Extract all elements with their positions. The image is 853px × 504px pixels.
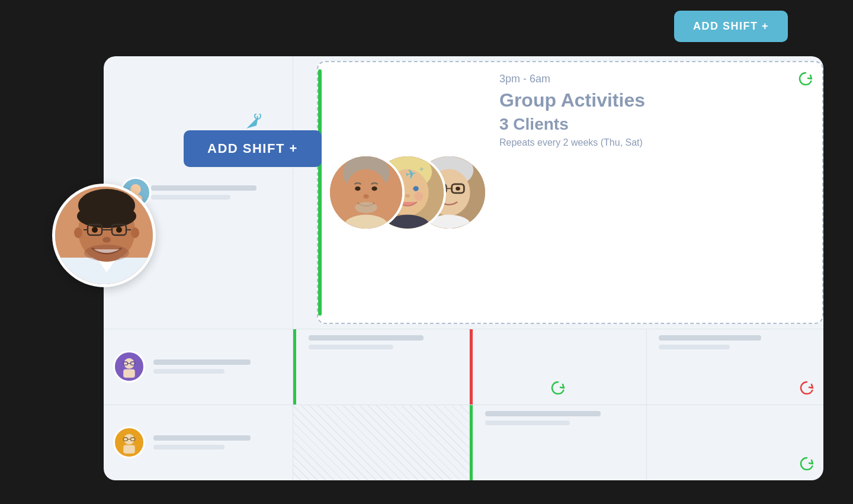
green-bar-1 <box>293 329 296 405</box>
top-add-shift-button[interactable]: ADD SHIFT + <box>674 11 788 42</box>
popup-refresh-icon[interactable] <box>797 70 814 89</box>
client-photo-1 <box>328 154 405 231</box>
group-activities-popup[interactable]: 3pm - 6am Group Activities 3 Clients Rep… <box>317 61 823 324</box>
main-worker-avatar <box>52 184 156 287</box>
svg-rect-29 <box>123 370 135 378</box>
worker3-shift1 <box>293 329 470 405</box>
rows-container: 3pm - 6am Group Activities 3 Clients Rep… <box>104 56 823 480</box>
svg-point-6 <box>371 186 377 191</box>
shift3c-bar1 <box>659 335 761 341</box>
add-shift-tooltip: + ADD SHIFT + <box>184 130 322 167</box>
popup-clients: 3 Clients <box>499 115 810 134</box>
popup-repeat: Repeats every 2 weeks (Thu, Sat) <box>499 137 810 148</box>
worker4-shift1 <box>293 405 470 480</box>
svg-point-46 <box>131 227 139 238</box>
worker4-avatar <box>113 426 145 458</box>
top-section: 3pm - 6am Group Activities 3 Clients Rep… <box>104 56 823 329</box>
shift3-bar2 <box>309 345 393 349</box>
worker3-shift3-refresh-icon[interactable] <box>799 380 815 399</box>
shift4b-bar2 <box>485 420 570 425</box>
worker3-avatar <box>113 351 145 383</box>
cursor-icon: ✈ + <box>405 164 426 182</box>
calendar-card: 3pm - 6am Group Activities 3 Clients Rep… <box>104 56 823 480</box>
svg-rect-34 <box>123 445 135 454</box>
worker4-sub-bar <box>153 445 225 450</box>
worker4-shifts <box>293 405 823 480</box>
svg-point-7 <box>363 194 368 199</box>
svg-point-54 <box>102 237 111 243</box>
popup-info: 3pm - 6am Group Activities 3 Clients Rep… <box>488 62 822 323</box>
svg-point-52 <box>92 227 98 233</box>
green-bar-2 <box>470 405 473 480</box>
popup-title: Group Activities <box>499 89 810 111</box>
popup-photos <box>322 62 488 323</box>
worker3-name-lines <box>153 359 283 374</box>
svg-point-8 <box>355 202 377 213</box>
worker3-name-bar <box>153 359 251 365</box>
top-shift-area: 3pm - 6am Group Activities 3 Clients Rep… <box>293 56 823 329</box>
worker4-name-bar <box>153 435 251 441</box>
svg-point-14 <box>413 186 418 191</box>
svg-point-17 <box>405 194 410 198</box>
svg-point-26 <box>456 187 460 191</box>
worker4-shift3 <box>647 405 823 480</box>
worker1-name-lines <box>151 185 283 200</box>
svg-point-44 <box>77 204 136 228</box>
worker3-shift2 <box>470 329 646 405</box>
worker4-name-lines <box>153 435 283 450</box>
red-bar-1 <box>470 329 473 405</box>
svg-point-55 <box>84 245 129 261</box>
shift3c-bar2 <box>659 345 730 349</box>
worker3-col <box>104 329 293 405</box>
svg-point-53 <box>116 227 122 233</box>
row-worker3 <box>104 329 823 405</box>
shift4b-bar1 <box>485 411 600 416</box>
worker3-shift3 <box>647 329 823 405</box>
popup-time: 3pm - 6am <box>499 73 810 85</box>
svg-point-16 <box>414 192 423 201</box>
worker4-shift2 <box>470 405 646 480</box>
worker3-refresh-icon[interactable] <box>550 380 566 399</box>
svg-point-5 <box>355 186 360 191</box>
worker3-sub-bar <box>153 369 225 374</box>
worker4-col <box>104 405 293 480</box>
worker3-shifts <box>293 329 823 405</box>
svg-text:+: + <box>256 114 259 120</box>
svg-point-45 <box>74 227 82 238</box>
bottom-rows <box>104 329 823 480</box>
add-shift-tooltip-button[interactable]: ADD SHIFT + <box>184 130 322 167</box>
worker1-name-bar <box>151 185 256 191</box>
tooltip-pointer-icon: + <box>243 114 261 134</box>
shift3-bar1 <box>309 335 424 341</box>
row-worker4 <box>104 405 823 480</box>
worker1-sub-bar <box>151 195 230 200</box>
worker4-refresh-icon[interactable] <box>799 455 815 474</box>
